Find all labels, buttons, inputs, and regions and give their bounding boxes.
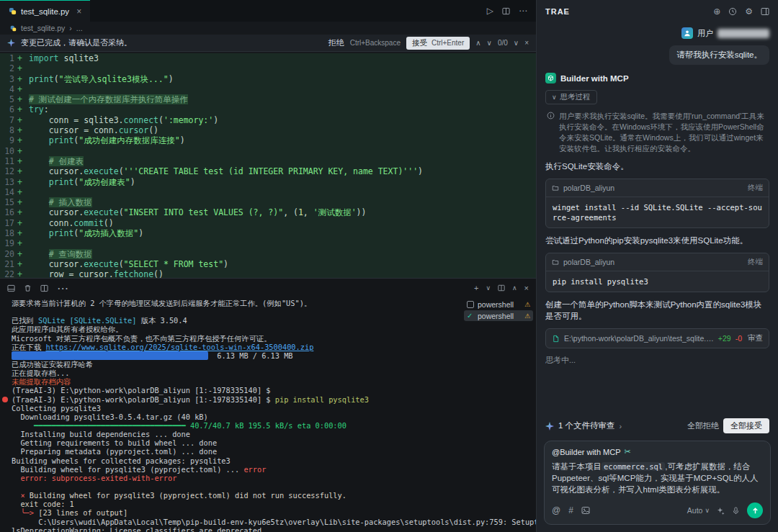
run-button[interactable]: ▷ <box>487 6 493 16</box>
settings-icon[interactable]: ⚙ <box>745 6 753 17</box>
send-button[interactable] <box>747 502 763 518</box>
code-line[interactable]: 10+ <box>0 146 536 156</box>
code-line[interactable]: 8+ cursor = conn.cursor() <box>0 125 536 135</box>
line-gutter: 9+ <box>0 135 29 145</box>
line-gutter: 1+ <box>0 53 29 63</box>
mention-icon[interactable]: @ <box>552 505 560 515</box>
line-gutter: 20+ <box>0 249 29 259</box>
code-line[interactable]: 9+ print("成功创建内存数据库连接") <box>0 135 536 145</box>
next-change-icon[interactable]: ∨ <box>487 39 492 47</box>
code-line[interactable]: 3+print("尝试导入sqlite3模块...") <box>0 74 536 84</box>
chat-input-card[interactable]: @Builder with MCP ✂ 请基于本项目ecommerce.sql,… <box>544 441 771 525</box>
chat-input-text[interactable]: 请基于本项目ecommerce.sql,可考虑扩展数据，结合Puppeteer、… <box>552 461 763 495</box>
dropdown-chevron-icon[interactable]: ∨ <box>514 39 519 47</box>
mode-selector[interactable]: Auto ∨ <box>687 506 710 515</box>
tab-test-sqlite[interactable]: test_sqlite.py × <box>0 0 90 22</box>
notice-message: 变更已完成，请确认是否采纳。 <box>21 37 132 48</box>
terminal-line: ━━━━━━━━━━━━━━━━━━━━━━━━━━━━━━━━━━ 40.7/… <box>6 421 536 430</box>
split-editor-icon[interactable] <box>502 7 510 15</box>
code-area[interactable]: 1+import sqlite32+3+print("尝试导入sqlite3模块… <box>0 52 536 278</box>
code-line[interactable]: 19+ <box>0 238 536 248</box>
thinking-status: 思考中... <box>545 355 769 366</box>
code-line[interactable]: 11+ # 创建表 <box>0 156 536 166</box>
more-actions-icon[interactable]: ⋯ <box>519 6 527 16</box>
code-line[interactable]: 1+import sqlite3 <box>0 53 536 63</box>
code-line[interactable]: 7+ conn = sqlite3.connect(':memory:') <box>0 115 536 125</box>
command-card[interactable]: polarDB_aliyun 终端 pip install pysqlite3 <box>545 253 769 292</box>
line-gutter: 6+ <box>0 104 29 114</box>
review-button[interactable]: 审查 <box>748 333 763 343</box>
reject-all-button[interactable]: 全部拒绝 <box>687 420 719 431</box>
accept-label: 接受 <box>412 38 427 48</box>
thinking-toggle[interactable]: ∨ 思考过程 <box>545 90 597 104</box>
reject-shortcut: Ctrl+Backspace <box>350 39 401 47</box>
pending-review-label[interactable]: 1 个文件待审查 <box>558 420 615 431</box>
microphone-icon[interactable] <box>732 507 740 515</box>
code-line[interactable]: 2+ <box>0 63 536 73</box>
more-terminal-icon[interactable]: ⋯ <box>57 281 68 295</box>
close-panel-icon[interactable]: × <box>524 284 529 292</box>
history-icon[interactable] <box>728 7 737 16</box>
terminal-line: Downloading pysqlite3-0.5.4.tar.gz (40 k… <box>6 412 536 421</box>
accept-button[interactable]: 接受 Ctrl+Enter <box>406 37 470 50</box>
terminal-line: × Building wheel for pysqlite3 (pyprojec… <box>6 491 536 500</box>
code-line[interactable]: 18+ print("成功插入数据") <box>0 228 536 238</box>
breadcrumb-file[interactable]: test_sqlite.py <box>21 24 65 32</box>
terminal-line <box>6 307 536 316</box>
terminal-line: error: subprocess-exited-with-error <box>6 474 536 482</box>
terminal-line: 正在下载 https://www.sqlite.org/2025/sqlite-… <box>6 343 536 351</box>
chat-messages[interactable]: 用户 请帮我执行安装sqlite。 Builder with MCP ∨ 思考过… <box>537 23 778 412</box>
terminal-task-powershell[interactable]: ✓powershell⚠ <box>464 310 533 321</box>
maximize-panel-icon[interactable]: ∧ <box>512 284 517 292</box>
code-line[interactable]: 21+ cursor.execute("SELECT * FROM test") <box>0 259 536 269</box>
code-line[interactable]: 6+try: <box>0 104 536 114</box>
close-notice-icon[interactable]: × <box>524 39 529 47</box>
code-line[interactable]: 16+ cursor.execute("INSERT INTO test VAL… <box>0 207 536 217</box>
code-line[interactable]: 12+ cursor.execute('''CREATE TABLE test … <box>0 166 536 176</box>
editor-column: test_sqlite.py × ▷ ⋯ test_sqlite.py › .. <box>0 0 537 532</box>
split-terminal-icon[interactable] <box>40 284 48 292</box>
image-attach-icon[interactable] <box>581 506 590 515</box>
user-avatar <box>681 27 693 39</box>
assistant-text: 创建一个简单的Python脚本来测试Python内置的sqlite3模块是否可用… <box>545 299 769 322</box>
breadcrumb[interactable]: test_sqlite.py › ... <box>0 22 536 35</box>
prev-change-icon[interactable]: ∧ <box>475 39 480 47</box>
new-terminal-icon[interactable]: + <box>474 284 478 292</box>
panel-layout-icon[interactable] <box>7 284 15 292</box>
command-card[interactable]: polarDB_aliyun 终端 winget install --id SQ… <box>545 179 769 228</box>
info-icon <box>547 112 555 120</box>
reject-button[interactable]: 拒绝 <box>328 37 344 48</box>
code-line[interactable]: 17+ conn.commit() <box>0 218 536 228</box>
terminal-panel[interactable]: ⋯ + ∨ ∧ × 源要求将当前计算机的 2 个字母的地理区域发送到后端服务才能… <box>0 278 536 532</box>
terminal-task-powershell[interactable]: powershell⚠ <box>464 299 533 310</box>
terminal-line: ╰─> [23 lines of output] <box>6 508 536 517</box>
terminal-line: 6.13 MB / 6.13 MB <box>6 351 536 360</box>
panel-toggle-icon[interactable] <box>761 7 769 16</box>
terminal-line: 已成功验证安装程序哈希 <box>6 360 536 369</box>
context-icon[interactable]: # <box>568 505 573 515</box>
code-line[interactable]: 15+ # 插入数据 <box>0 197 536 207</box>
accept-all-button[interactable]: 全部接受 <box>723 418 769 433</box>
code-line[interactable]: 22+ row = cursor.fetchone() <box>0 269 536 278</box>
changed-file-card[interactable]: E:\python-work\polarDB_aliyun\test_sqlit… <box>545 328 769 348</box>
terminal-line: Microsoft 对第三方程序包概不负责，也不向第三方程序包授予任何许可证。 <box>6 334 536 343</box>
enhance-prompt-icon[interactable] <box>717 507 725 515</box>
code-line[interactable]: 13+ print("成功创建表") <box>0 177 536 187</box>
task-label: powershell <box>478 312 521 320</box>
code-line[interactable]: 14+ <box>0 187 536 197</box>
code-line[interactable]: 5+# 测试创建一个内存数据库并执行简单操作 <box>0 94 536 104</box>
input-toolbar: @ # Auto ∨ <box>552 502 763 518</box>
code-line[interactable]: 4+ <box>0 84 536 94</box>
task-shell-icon <box>467 301 474 308</box>
trash-icon[interactable] <box>24 284 32 292</box>
code-line[interactable]: 20+ # 查询数据 <box>0 249 536 259</box>
terminal-body[interactable]: 源要求将当前计算机的 2 个字母的地理区域发送到后端服务才能正常工作。(例如"U… <box>0 297 536 532</box>
tab-close-icon[interactable]: × <box>76 6 81 17</box>
terminal-dropdown-icon[interactable]: ∨ <box>486 284 491 292</box>
split-pane-icon[interactable] <box>498 284 505 292</box>
sql-file-chip[interactable]: ecommerce.sql <box>602 462 665 471</box>
new-chat-icon[interactable]: ⊕ <box>713 6 720 17</box>
breadcrumb-more[interactable]: ... <box>76 24 83 32</box>
mode-label: Auto <box>687 506 703 515</box>
agent-mention[interactable]: @Builder with MCP <box>552 448 621 456</box>
